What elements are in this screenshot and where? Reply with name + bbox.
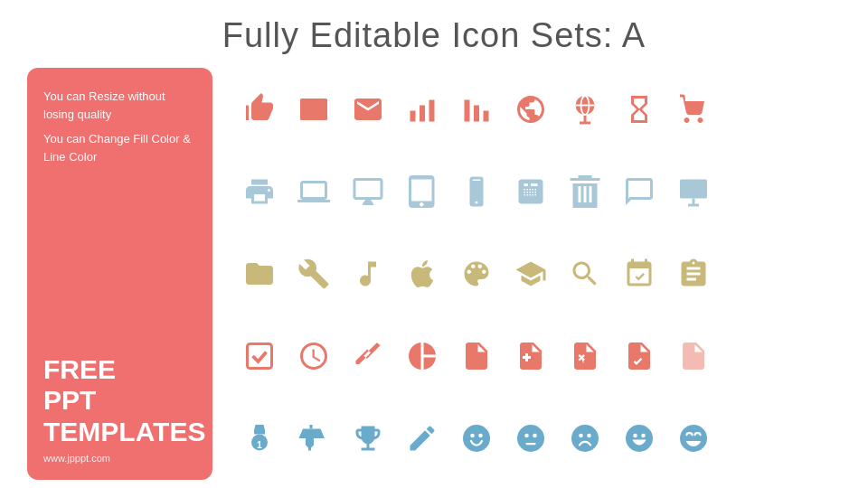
pin-icon	[292, 417, 335, 460]
monitor-icon	[346, 170, 390, 213]
icon-row-1	[238, 88, 841, 131]
apple-icon	[401, 252, 444, 296]
smile-sad-icon	[563, 417, 607, 460]
svg-rect-5	[474, 105, 479, 121]
svg-point-29	[517, 425, 544, 452]
svg-rect-1	[410, 110, 416, 121]
left-panel: You can Resize without losing quality Yo…	[27, 68, 212, 480]
pen-nib-icon	[346, 334, 390, 378]
svg-point-31	[533, 434, 537, 438]
svg-rect-4	[465, 99, 470, 121]
presentation-icon	[672, 170, 715, 213]
doc-blank-icon	[672, 334, 715, 378]
checkbox-icon	[238, 334, 281, 378]
left-bottom: FREEPPTTEMPLATES www.jpppt.com	[43, 354, 196, 465]
page-title: Fully Editable Icon Sets: A	[0, 0, 868, 55]
bar-chart-down-icon	[455, 88, 498, 131]
envelope-icon	[346, 88, 390, 131]
globe-icon	[509, 88, 552, 131]
svg-point-13	[476, 201, 478, 203]
icon-row-3	[238, 252, 841, 296]
svg-point-37	[633, 434, 637, 438]
medal-icon: 1	[238, 417, 281, 460]
svg-point-35	[587, 434, 591, 438]
shopping-cart-icon	[672, 88, 715, 131]
bar-chart-up-icon	[401, 88, 444, 131]
music-note-icon	[346, 252, 390, 296]
icon-row-5: 1	[238, 417, 841, 460]
website-label: www.jpppt.com	[43, 453, 196, 464]
content-area: You can Resize without losing quality Yo…	[0, 55, 868, 488]
icons-area: 1	[229, 68, 841, 480]
svg-point-28	[478, 434, 483, 438]
search-icon	[563, 252, 607, 296]
resize-text: You can Resize without losing quality	[43, 88, 196, 123]
pencil-icon	[401, 417, 444, 460]
notepad-icon	[672, 252, 715, 296]
smile-grin-icon	[618, 417, 661, 460]
calendar-x-icon	[618, 252, 661, 296]
svg-rect-17	[644, 187, 646, 190]
square-icon	[292, 88, 335, 131]
svg-point-36	[626, 425, 653, 452]
doc-plus-icon	[509, 334, 552, 378]
smile-happy-icon	[455, 417, 498, 460]
laptop-icon	[292, 170, 335, 213]
icon-row-4	[238, 334, 841, 378]
clock-icon	[292, 334, 335, 378]
thumbs-up-icon	[238, 88, 281, 131]
svg-point-33	[571, 425, 599, 452]
tools-icon	[292, 252, 335, 296]
folder-icon	[238, 252, 281, 296]
fill-text: You can Change Fill Color & Line Color	[43, 130, 196, 165]
tablet-icon	[401, 170, 444, 213]
svg-point-27	[470, 434, 475, 438]
svg-point-38	[641, 434, 646, 438]
svg-rect-18	[680, 179, 707, 198]
palette-icon	[455, 252, 498, 296]
hourglass-icon	[618, 88, 661, 131]
svg-point-30	[524, 434, 529, 438]
icon-row-2	[238, 170, 841, 213]
printer-icon	[238, 170, 281, 213]
calculator-icon	[509, 170, 552, 213]
svg-rect-6	[484, 110, 489, 121]
smile-laugh-icon	[672, 417, 715, 460]
smile-neutral-icon	[509, 417, 552, 460]
svg-rect-16	[638, 187, 643, 190]
phone-icon	[455, 170, 498, 213]
svg-rect-24	[254, 430, 265, 435]
svg-point-39	[680, 425, 707, 452]
svg-rect-21	[248, 344, 272, 369]
doc-x-icon	[563, 334, 607, 378]
doc1-icon	[455, 334, 498, 378]
doc-check-icon	[618, 334, 661, 378]
page: Fully Editable Icon Sets: A You can Resi…	[0, 0, 868, 488]
globe-stand-icon	[563, 88, 607, 131]
graduation-cap-icon	[509, 252, 552, 296]
svg-rect-2	[420, 105, 425, 121]
svg-rect-0	[300, 99, 327, 120]
pie-chart-icon	[401, 334, 444, 378]
svg-point-26	[463, 425, 490, 452]
svg-rect-15	[633, 187, 637, 190]
svg-rect-14	[473, 179, 481, 181]
trophy-icon	[346, 417, 390, 460]
chat-icon	[618, 170, 661, 213]
svg-text:1: 1	[257, 439, 262, 450]
free-ppt-label: FREEPPTTEMPLATES	[43, 354, 196, 448]
trash-icon	[563, 170, 607, 213]
svg-point-34	[579, 434, 583, 438]
svg-rect-3	[429, 99, 435, 121]
left-top-text: You can Resize without losing quality Yo…	[43, 88, 196, 165]
